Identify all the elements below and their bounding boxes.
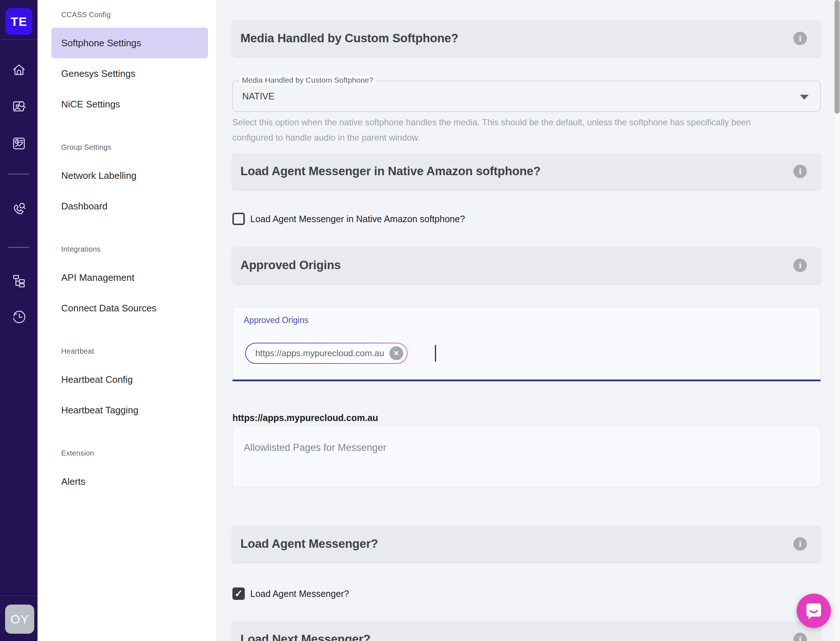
org-avatar[interactable]: TE xyxy=(5,8,32,35)
chevron-down-icon xyxy=(800,95,809,100)
media-report-icon[interactable] xyxy=(11,135,27,152)
phone-search-icon[interactable] xyxy=(11,201,27,217)
section-header-agent-messenger: Load Agent Messenger? i xyxy=(232,526,821,562)
origin-chip: https://apps.mypurecloud.com.au ✕ xyxy=(245,343,408,364)
origins-field-label: Approved Origins xyxy=(244,316,308,325)
chip-remove-icon[interactable]: ✕ xyxy=(389,346,403,360)
history-icon[interactable] xyxy=(11,308,27,325)
rail-divider xyxy=(0,596,37,596)
nav-item-genesys-settings[interactable]: Genesys Settings xyxy=(52,58,208,89)
nav-section-group-settings: Group Settings Network Labelling Dashboa… xyxy=(52,140,208,221)
origin-echo-text: https://apps.mypurecloud.com.au xyxy=(232,413,821,426)
section-title: Load Next Messenger? xyxy=(240,632,371,641)
icon-rail: TE OY xyxy=(0,0,37,641)
checkbox-checked[interactable]: ✓ xyxy=(232,588,245,600)
scrollbar-thumb[interactable] xyxy=(835,0,840,114)
chat-bubble-icon xyxy=(804,601,823,620)
chat-launcher-button[interactable] xyxy=(796,594,831,628)
nav-section-label: Extension xyxy=(52,446,208,461)
nav-section-label: Group Settings xyxy=(52,140,208,155)
nav-section-heartbeat: Heartbeat Heartbeat Config Heartbeat Tag… xyxy=(52,344,208,425)
origin-chip-text: https://apps.mypurecloud.com.au xyxy=(255,348,384,358)
section-title: Approved Origins xyxy=(240,258,341,272)
nav-item-softphone-settings[interactable]: Softphone Settings xyxy=(52,28,208,58)
agent-messenger-checkbox-row: ✓ Load Agent Messenger? xyxy=(232,586,821,601)
settings-form: Media Handled by Custom Softphone? i Med… xyxy=(217,0,840,641)
section-header-next-messenger: Load Next Messenger? i xyxy=(232,621,821,641)
section-title: Media Handled by Custom Softphone? xyxy=(240,31,458,45)
nav-section-label: Integrations xyxy=(52,242,208,256)
flowchart-icon[interactable] xyxy=(11,272,27,289)
nav-section-label: Heartbeat xyxy=(52,344,208,358)
home-icon[interactable] xyxy=(11,61,27,78)
select-helper-text: Select this option when the native softp… xyxy=(232,115,775,145)
vertical-scrollbar[interactable] xyxy=(834,0,840,641)
rail-divider xyxy=(0,39,37,40)
nav-section-label: CCASS Config xyxy=(52,7,208,22)
nav-item-network-labelling[interactable]: Network Labelling xyxy=(52,160,208,191)
info-icon[interactable]: i xyxy=(793,32,807,45)
nav-item-connect-data-sources[interactable]: Connect Data Sources xyxy=(52,293,208,324)
select-floating-label: Media Handled by Custom Softphone? xyxy=(239,76,376,84)
rail-divider xyxy=(8,247,29,248)
nav-item-alerts[interactable]: Alerts xyxy=(52,466,208,497)
text-caret xyxy=(435,345,436,362)
section-title: Load Agent Messenger in Native Amazon so… xyxy=(240,164,540,178)
checkbox-label: Load Agent Messenger? xyxy=(250,589,349,599)
nav-section-integrations: Integrations API Management Connect Data… xyxy=(52,242,208,324)
nav-section-extension: Extension Alerts xyxy=(52,446,208,497)
user-avatar[interactable]: OY xyxy=(5,605,34,634)
section-title: Load Agent Messenger? xyxy=(240,537,378,551)
section-header-media: Media Handled by Custom Softphone? i xyxy=(232,20,821,56)
agent-search-icon[interactable] xyxy=(11,98,27,115)
native-messenger-checkbox-row: Load Agent Messenger in Native Amazon so… xyxy=(232,212,821,226)
checkbox-label: Load Agent Messenger in Native Amazon so… xyxy=(250,214,465,224)
section-header-approved-origins: Approved Origins i xyxy=(232,247,821,283)
select-value: NATIVE xyxy=(242,91,274,101)
media-handled-select[interactable]: Media Handled by Custom Softphone? NATIV… xyxy=(232,81,821,112)
nav-item-api-management[interactable]: API Management xyxy=(52,262,208,293)
app-window: TE OY CCASS Config Softphone Settings xyxy=(0,0,840,641)
info-icon[interactable]: i xyxy=(793,164,807,178)
approved-origins-input[interactable]: Approved Origins https://apps.mypureclou… xyxy=(232,307,821,381)
section-header-native-messenger: Load Agent Messenger in Native Amazon so… xyxy=(232,153,821,189)
checkbox-unchecked[interactable] xyxy=(232,213,245,225)
nav-section-ccass: CCASS Config Softphone Settings Genesys … xyxy=(52,7,208,119)
settings-nav: CCASS Config Softphone Settings Genesys … xyxy=(37,0,217,641)
nav-item-heartbeat-tagging[interactable]: Heartbeat Tagging xyxy=(52,395,208,425)
info-icon[interactable]: i xyxy=(793,259,807,272)
allowlisted-pages-input[interactable] xyxy=(232,426,821,487)
nav-item-nice-settings[interactable]: NiCE Settings xyxy=(52,89,208,119)
nav-item-heartbeat-config[interactable]: Heartbeat Config xyxy=(52,364,208,395)
nav-item-dashboard[interactable]: Dashboard xyxy=(52,191,208,221)
info-icon[interactable]: i xyxy=(793,633,807,641)
rail-divider xyxy=(8,174,29,174)
info-icon[interactable]: i xyxy=(793,537,807,551)
